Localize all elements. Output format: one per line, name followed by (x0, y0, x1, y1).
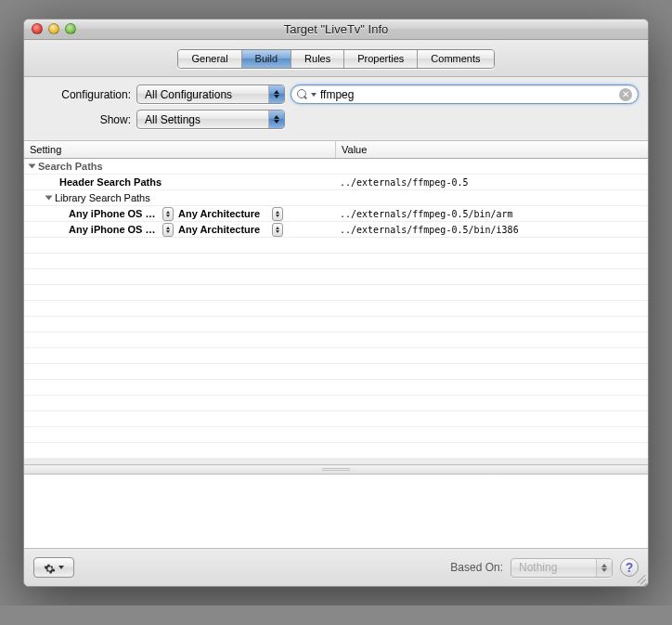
action-menu-button[interactable] (33, 557, 74, 578)
tab-general[interactable]: General (178, 50, 241, 68)
search-icon (297, 89, 308, 100)
clear-search-button[interactable]: ✕ (619, 88, 632, 101)
group-label: Search Paths (38, 161, 103, 172)
column-value[interactable]: Value (336, 141, 648, 158)
based-on-label: Based On: (450, 561, 503, 574)
chevron-up-down-icon (596, 559, 612, 577)
disclosure-triangle-icon[interactable] (45, 196, 53, 201)
stepper-icon[interactable] (162, 223, 174, 237)
window: Target "LiveTv" Info General Build Rules… (23, 19, 649, 587)
toolbar: General Build Rules Properties Comments (24, 40, 648, 77)
minimize-button[interactable] (48, 23, 59, 34)
tab-rules[interactable]: Rules (291, 50, 344, 68)
configuration-label: Configuration: (33, 88, 131, 101)
table-row[interactable]: Any iPhone OS … Any Architecture ../exte… (24, 206, 648, 222)
condition-sdk[interactable]: Any iPhone OS … (69, 224, 158, 235)
search-input[interactable] (320, 88, 615, 101)
configuration-popup[interactable]: All Configurations (136, 85, 285, 104)
chevron-down-icon (58, 566, 64, 569)
show-value: All Settings (145, 113, 263, 126)
show-label: Show: (33, 113, 131, 126)
table-row[interactable]: Header Search Paths ../externals/ffmpeg-… (24, 175, 648, 190)
tab-comments[interactable]: Comments (418, 50, 493, 68)
gear-icon (44, 562, 56, 574)
footer: Based On: Nothing ? (24, 549, 648, 586)
configuration-value: All Configurations (145, 88, 263, 101)
group-row[interactable]: Search Paths (24, 159, 648, 175)
split-view-handle[interactable] (24, 465, 648, 475)
column-setting[interactable]: Setting (24, 141, 336, 158)
stepper-icon[interactable] (162, 207, 174, 221)
chevron-up-down-icon (268, 111, 284, 128)
setting-label: Library Search Paths (55, 192, 150, 203)
setting-value[interactable]: ../externals/ffmpeg-0.5 (336, 177, 648, 188)
table-row[interactable]: Any iPhone OS … Any Architecture ../exte… (24, 222, 648, 238)
description-pane (24, 475, 648, 549)
stepper-icon[interactable] (272, 223, 283, 237)
titlebar[interactable]: Target "LiveTv" Info (24, 20, 648, 40)
setting-label: Header Search Paths (59, 176, 162, 188)
setting-value[interactable]: ../externals/ffmpeg-0.5/bin/arm (336, 209, 648, 219)
tab-build[interactable]: Build (242, 50, 291, 68)
based-on-value: Nothing (519, 561, 590, 574)
based-on-popup: Nothing (510, 558, 613, 578)
tab-bar: General Build Rules Properties Comments (177, 49, 494, 69)
table-row[interactable]: Library Search Paths (24, 190, 648, 206)
zoom-button[interactable] (65, 23, 76, 34)
table-header: Setting Value (24, 140, 648, 159)
condition-sdk[interactable]: Any iPhone OS … (69, 208, 158, 219)
settings-table[interactable]: Search Paths Header Search Paths ../exte… (24, 159, 648, 465)
resize-grip[interactable] (634, 572, 645, 583)
setting-value[interactable]: ../externals/ffmpeg-0.5/bin/i386 (336, 225, 648, 235)
stepper-icon[interactable] (272, 207, 283, 221)
window-title: Target "LiveTv" Info (24, 22, 648, 36)
tab-properties[interactable]: Properties (344, 50, 418, 68)
show-popup[interactable]: All Settings (136, 110, 285, 129)
condition-arch[interactable]: Any Architecture (178, 208, 267, 219)
close-button[interactable] (32, 23, 43, 34)
search-field[interactable]: ✕ (291, 85, 639, 104)
search-menu-icon[interactable] (311, 93, 317, 97)
chevron-up-down-icon (268, 85, 284, 103)
disclosure-triangle-icon[interactable] (29, 164, 36, 169)
condition-arch[interactable]: Any Architecture (178, 224, 267, 235)
